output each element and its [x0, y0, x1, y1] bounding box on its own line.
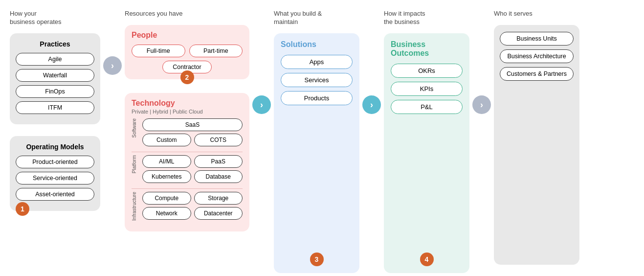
- itfm-pill: ITFM: [16, 101, 94, 114]
- technology-box: Technology Private | Hybrid | Public Clo…: [125, 93, 249, 231]
- okrs-pill: OKRs: [391, 64, 463, 78]
- part-time-pill: Part-time: [189, 45, 243, 57]
- col4: How it impacts the business Business Out…: [384, 10, 469, 273]
- software-pills: SaaS Custom COTS: [142, 118, 243, 149]
- people-title: People: [132, 31, 243, 40]
- arrow1-wrapper: ›: [103, 10, 122, 75]
- custom-pill: Custom: [142, 134, 191, 146]
- practices-title: Practices: [16, 40, 94, 48]
- arrow2: ›: [252, 95, 271, 114]
- arrow4: ›: [472, 95, 491, 114]
- aiml-paas-row: AI/ML PaaS: [142, 155, 243, 168]
- customers-partners-pill: Customers & Partners: [500, 67, 574, 81]
- asset-oriented-pill: Asset-oriented: [16, 188, 94, 201]
- finops-pill: FinOps: [16, 85, 94, 98]
- business-units-pill: Business Units: [500, 32, 574, 46]
- solutions-box: Solutions Apps Services Products 3: [274, 33, 359, 273]
- platform-label: Platform: [132, 155, 139, 175]
- col3: What you build & maintain Solutions Apps…: [274, 10, 359, 273]
- k8s-db-row: Kubernetes Database: [142, 170, 243, 183]
- platform-section: Platform AI/ML PaaS Kubernetes Database: [132, 155, 243, 185]
- agile-pill: Agile: [16, 53, 94, 66]
- people-box: People Full-time Part-time Contractor 2: [125, 25, 249, 79]
- datacenter-pill: Datacenter: [194, 207, 243, 220]
- storage-pill: Storage: [194, 192, 243, 205]
- apps-pill: Apps: [281, 55, 353, 69]
- product-oriented-pill: Product-oriented: [16, 156, 94, 168]
- services-pill: Services: [281, 73, 353, 87]
- arrow4-wrapper: ›: [472, 10, 491, 114]
- outcomes-title: Business Outcomes: [391, 40, 463, 58]
- arrow2-wrapper: ›: [252, 10, 271, 114]
- infra-label: Infrastructure: [132, 192, 139, 223]
- outcomes-box: Business Outcomes OKRs KPIs P&L 4: [384, 33, 469, 273]
- waterfall-pill: Waterfall: [16, 69, 94, 82]
- compute-storage-row: Compute Storage: [142, 192, 243, 205]
- col1-header: How your business operates: [10, 10, 100, 26]
- badge-3: 3: [310, 253, 324, 266]
- service-oriented-pill: Service-oriented: [16, 172, 94, 184]
- platform-pills: AI/ML PaaS Kubernetes Database: [142, 155, 243, 185]
- badge-4: 4: [420, 253, 434, 266]
- people-pills-row: Full-time Part-time: [132, 45, 243, 57]
- col5-header: Who it serves: [494, 10, 579, 18]
- business-arch-pill: Business Architecture: [500, 49, 574, 63]
- software-label: Software: [132, 118, 139, 139]
- software-section: Software SaaS Custom COTS: [132, 118, 243, 149]
- database-pill: Database: [194, 170, 243, 183]
- col5: Who it serves Business Units Business Ar…: [494, 10, 579, 265]
- col4-header: How it impacts the business: [384, 10, 469, 26]
- col2-header: Resources you have: [125, 10, 249, 18]
- badge-2: 2: [180, 70, 194, 84]
- serves-box: Business Units Business Architecture Cus…: [494, 25, 579, 265]
- kpis-pill: KPIs: [391, 82, 463, 96]
- products-pill: Products: [281, 91, 353, 105]
- practices-box: Practices Agile Waterfall FinOps ITFM: [10, 33, 100, 124]
- col3-header: What you build & maintain: [274, 10, 359, 26]
- aiml-pill: AI/ML: [142, 155, 191, 168]
- full-time-pill: Full-time: [132, 45, 185, 57]
- col1: How your business operates Practices Agi…: [10, 10, 100, 216]
- pl-pill: P&L: [391, 100, 463, 114]
- saas-pill: SaaS: [142, 118, 243, 131]
- arrow1: ›: [103, 56, 122, 75]
- arrow3: ›: [362, 95, 381, 114]
- infrastructure-section: Infrastructure Compute Storage Network D…: [132, 192, 243, 223]
- custom-cots-row: Custom COTS: [142, 134, 243, 146]
- cots-pill: COTS: [194, 134, 243, 146]
- col2: Resources you have People Full-time Part…: [125, 10, 249, 231]
- paas-pill: PaaS: [194, 155, 243, 168]
- compute-pill: Compute: [142, 192, 191, 205]
- operating-models-title: Operating Models: [16, 143, 94, 151]
- tech-subtitle: Private | Hybrid | Public Cloud: [132, 109, 243, 115]
- network-pill: Network: [142, 207, 191, 220]
- operating-models-box: 1 Operating Models Product-oriented Serv…: [10, 136, 100, 211]
- badge-1: 1: [16, 202, 29, 216]
- solutions-title: Solutions: [281, 40, 353, 49]
- infra-pills: Compute Storage Network Datacenter: [142, 192, 243, 222]
- diagram: How your business operates Practices Agi…: [10, 10, 634, 273]
- kubernetes-pill: Kubernetes: [142, 170, 191, 183]
- network-dc-row: Network Datacenter: [142, 207, 243, 220]
- tech-title: Technology: [132, 99, 243, 108]
- arrow3-wrapper: ›: [362, 10, 381, 114]
